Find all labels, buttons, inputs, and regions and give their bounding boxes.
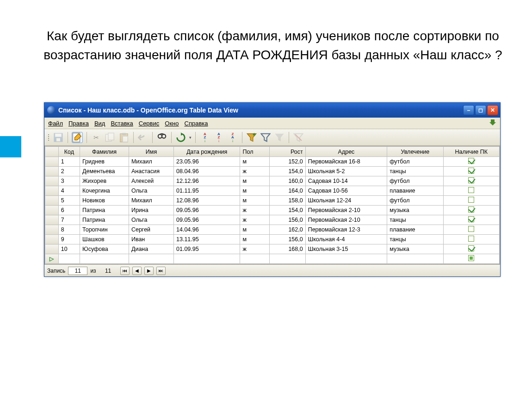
cell-lastname[interactable]: Кочергина (80, 186, 129, 196)
table-row[interactable]: 4КочергинаОльга01.11.95м164,0Садовая 10-… (45, 186, 500, 196)
cell-code[interactable]: 6 (58, 206, 80, 215)
cell-lastname[interactable]: Патрина (80, 206, 129, 215)
close-button[interactable]: ✕ (487, 105, 498, 115)
cell-lastname[interactable]: Юсуфова (80, 244, 129, 254)
cell-sex[interactable]: ж (240, 167, 270, 176)
cell-firstname[interactable]: Ирина (129, 206, 173, 215)
cell-hobby[interactable]: танцы (387, 167, 443, 176)
row-selector[interactable] (45, 157, 59, 167)
table-row[interactable]: 3ЖихоревАлексей12.12.96м160,0Садовая 10-… (45, 176, 500, 186)
cell-pc[interactable] (443, 186, 499, 196)
cell-address[interactable]: Школьная 5-2 (305, 167, 387, 176)
new-record-row[interactable]: ▷ (45, 254, 500, 264)
cell-birthdate[interactable]: 09.05.96 (174, 215, 240, 225)
find-button[interactable] (156, 132, 167, 143)
cell-height[interactable]: 160,0 (270, 176, 305, 186)
cell-pc[interactable] (443, 157, 499, 167)
cell-hobby[interactable]: плавание (387, 225, 443, 235)
update-icon[interactable] (489, 119, 496, 127)
row-selector[interactable] (45, 244, 59, 254)
cell-code[interactable]: 3 (58, 176, 80, 186)
cell-birthdate[interactable]: 09.05.96 (174, 206, 240, 215)
checkbox-icon[interactable] (468, 236, 474, 242)
row-selector[interactable] (45, 196, 59, 206)
cell-birthdate[interactable]: 08.04.96 (174, 167, 240, 176)
checkbox-icon[interactable] (468, 177, 474, 183)
cell-hobby[interactable]: музыка (387, 244, 443, 254)
cell-sex[interactable]: м (240, 196, 270, 206)
menu-help[interactable]: Справка (185, 120, 208, 127)
checkbox-icon[interactable] (468, 187, 474, 193)
menu-view[interactable]: Вид (94, 120, 105, 127)
nav-prev-button[interactable]: ◀ (132, 267, 142, 275)
cell-hobby[interactable]: футбол (387, 196, 443, 206)
cell-sex[interactable]: м (240, 157, 270, 167)
cell-address[interactable]: Школьная 3-15 (305, 244, 387, 254)
cell-firstname[interactable]: Ольга (129, 215, 173, 225)
cell-code[interactable]: 10 (58, 244, 80, 254)
checkbox-icon[interactable] (468, 226, 474, 232)
cell-birthdate[interactable]: 14.04.96 (174, 225, 240, 235)
cell-height[interactable]: 154,0 (270, 206, 305, 215)
cell-address[interactable]: Первомайская 2-10 (305, 206, 387, 215)
col-birthdate[interactable]: Дата рождения (174, 147, 240, 157)
cell-address[interactable]: Первомайская 12-3 (305, 225, 387, 235)
table-row[interactable]: 2ДементьеваАнастасия08.04.96ж154,0Школьн… (45, 167, 500, 176)
cell-sex[interactable]: м (240, 225, 270, 235)
cell-lastname[interactable]: Жихорев (80, 176, 129, 186)
maximize-button[interactable]: ◻ (475, 105, 486, 115)
menu-insert[interactable]: Вставка (111, 120, 133, 127)
edit-button[interactable] (72, 132, 83, 143)
cell-firstname[interactable]: Алексей (129, 176, 173, 186)
cell-address[interactable]: Садовая 10-14 (305, 176, 387, 186)
cell-firstname[interactable]: Диана (129, 244, 173, 254)
row-header-blank[interactable] (45, 147, 59, 157)
cell-pc[interactable] (443, 206, 499, 215)
col-firstname[interactable]: Имя (129, 147, 173, 157)
cell-pc[interactable] (443, 196, 499, 206)
cell-code[interactable]: 4 (58, 186, 80, 196)
menu-tools[interactable]: Сервис (139, 120, 160, 127)
cell-code[interactable]: 2 (58, 167, 80, 176)
row-selector[interactable] (45, 215, 59, 225)
cell-sex[interactable]: м (240, 176, 270, 186)
cell-code[interactable]: 5 (58, 196, 80, 206)
autofilter-button[interactable] (246, 132, 257, 143)
cell-code[interactable]: 8 (58, 225, 80, 235)
cell-lastname[interactable]: Гриднев (80, 157, 129, 167)
nav-next-button[interactable]: ▶ (144, 267, 154, 275)
cell-address[interactable]: Школьная 4-4 (305, 235, 387, 244)
cell-height[interactable]: 156,0 (270, 235, 305, 244)
checkbox-icon[interactable] (468, 206, 474, 212)
cell-hobby[interactable]: футбол (387, 176, 443, 186)
nav-first-button[interactable]: ⏮ (120, 267, 130, 275)
cell-address[interactable]: Первомайская 2-10 (305, 215, 387, 225)
row-selector[interactable] (45, 186, 59, 196)
row-selector[interactable] (45, 167, 59, 176)
cell-height[interactable]: 162,0 (270, 225, 305, 235)
new-row-marker[interactable]: ▷ (45, 254, 59, 264)
cell-firstname[interactable]: Михаил (129, 196, 173, 206)
cell-height[interactable]: 158,0 (270, 196, 305, 206)
checkbox-icon[interactable] (468, 158, 474, 164)
cell-hobby[interactable]: музыка (387, 206, 443, 215)
menu-file[interactable]: Файл (48, 120, 63, 127)
checkbox-icon[interactable] (468, 255, 474, 261)
cell-birthdate[interactable]: 12.08.96 (174, 196, 240, 206)
cell-lastname[interactable]: Патрина (80, 215, 129, 225)
cell-address[interactable]: Первомайская 16-8 (305, 157, 387, 167)
cell-pc[interactable] (443, 244, 499, 254)
menu-window[interactable]: Окно (165, 120, 179, 127)
cell-pc[interactable] (443, 225, 499, 235)
cell-hobby[interactable]: танцы (387, 235, 443, 244)
cell-firstname[interactable]: Ольга (129, 186, 173, 196)
cell-sex[interactable]: м (240, 235, 270, 244)
cell-code[interactable]: 1 (58, 157, 80, 167)
cell-lastname[interactable]: Шашков (80, 235, 129, 244)
col-pc[interactable]: Наличие ПК (443, 147, 499, 157)
cell-hobby[interactable]: плавание (387, 186, 443, 196)
col-code[interactable]: Код (58, 147, 80, 157)
sort-za-button[interactable]: ZA↓ (227, 132, 238, 143)
cell-birthdate[interactable]: 23.05.96 (174, 157, 240, 167)
cell-sex[interactable]: ж (240, 215, 270, 225)
